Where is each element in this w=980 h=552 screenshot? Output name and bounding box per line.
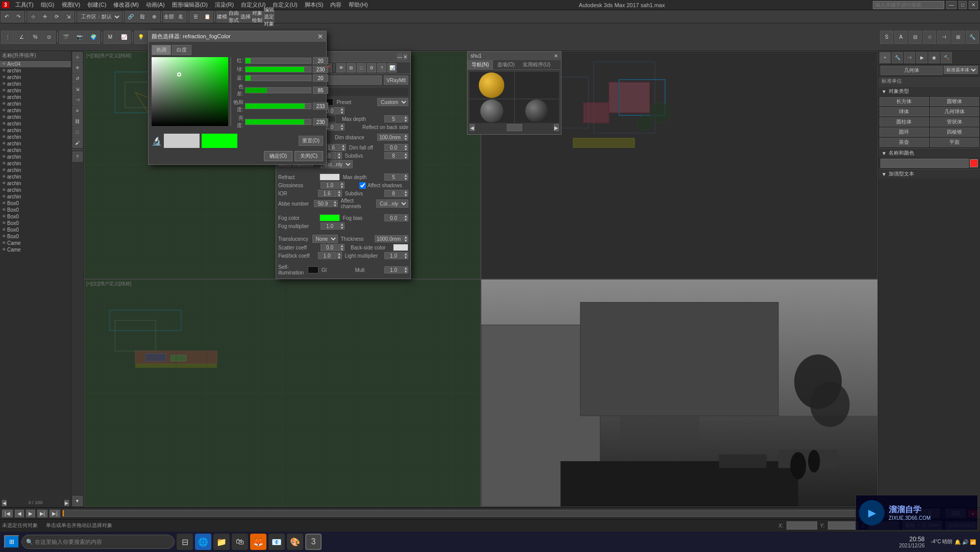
max-depth-up[interactable]: ▲ bbox=[403, 115, 408, 119]
fwdbck-val[interactable] bbox=[318, 252, 336, 259]
menu-view[interactable]: 视图(V) bbox=[59, 1, 84, 9]
sidebar-item-2[interactable]: 👁archin bbox=[0, 74, 71, 81]
cp-hue-slider[interactable] bbox=[245, 87, 311, 93]
smd-titlebar[interactable]: shu1 ✕ bbox=[468, 52, 561, 60]
mult-val[interactable] bbox=[384, 266, 403, 273]
scroll-left-btn[interactable]: ◀ bbox=[2, 500, 7, 506]
dim-dist-val[interactable] bbox=[377, 134, 403, 141]
menu-custom[interactable]: 自定义(U) bbox=[270, 1, 300, 9]
tb2-percent[interactable]: % bbox=[29, 31, 42, 44]
btn-torus[interactable]: 圆环 bbox=[879, 128, 929, 137]
panel-tab-create[interactable]: + bbox=[879, 52, 891, 63]
mat-minimize[interactable]: — bbox=[397, 53, 402, 60]
cp-tab-hue[interactable]: 色调 bbox=[152, 45, 171, 55]
tb-unlink[interactable]: ⛓ bbox=[137, 11, 148, 22]
tb2-snap3d[interactable]: A bbox=[894, 31, 908, 44]
y-coord[interactable] bbox=[828, 521, 859, 530]
light-mult-down[interactable]: ▼ bbox=[403, 256, 408, 259]
fog-mult-down[interactable]: ▼ bbox=[339, 226, 345, 230]
lt-link-icon[interactable]: ⛓ bbox=[72, 116, 83, 127]
refract-subdivs-up[interactable]: ▲ bbox=[403, 190, 408, 193]
thickness-down[interactable]: ▼ bbox=[403, 239, 408, 242]
light-mult-val[interactable] bbox=[384, 252, 403, 259]
maximize-button[interactable]: □ bbox=[959, 1, 967, 9]
panel-tab-hierarchy[interactable]: ⊣ bbox=[904, 52, 915, 63]
btn-geosphere[interactable]: 几何球体 bbox=[930, 107, 979, 116]
cp-val-slider[interactable] bbox=[245, 119, 311, 125]
tb2-array[interactable]: ⊞ bbox=[951, 31, 965, 44]
sidebar-item-box4[interactable]: 👁Box0 bbox=[0, 227, 71, 233]
lt-scale-icon[interactable]: ⇲ bbox=[72, 84, 83, 94]
smd-sphere-gray2[interactable] bbox=[515, 99, 559, 123]
sidebar-item-16[interactable]: 👁archin bbox=[0, 167, 71, 173]
btn-sphere[interactable]: 球体 bbox=[879, 107, 929, 116]
scroll-right-btn[interactable]: ▶ bbox=[64, 500, 69, 506]
lt-move-icon[interactable]: ✛ bbox=[72, 63, 83, 73]
minimize-button[interactable]: — bbox=[946, 1, 957, 9]
dim-dist-down[interactable]: ▼ bbox=[403, 137, 408, 141]
sidebar-item-arc04[interactable]: 👁 Arc04 bbox=[0, 61, 71, 67]
smd-scroll-track[interactable] bbox=[507, 124, 522, 131]
tb-bind[interactable]: ⊕ bbox=[149, 11, 160, 22]
tb-freeform[interactable]: 自由形式 bbox=[228, 11, 239, 22]
timeline-next-btn[interactable]: ▶| bbox=[37, 510, 48, 517]
self-illum-swatch[interactable] bbox=[308, 266, 318, 273]
taskbar-store-icon[interactable]: 🛍 bbox=[232, 534, 248, 550]
panel-tab-motion[interactable]: ▶ bbox=[916, 52, 927, 63]
mult-up[interactable]: ▲ bbox=[403, 266, 408, 270]
object-type-section[interactable]: ▼ 对象类型 bbox=[878, 86, 980, 96]
sidebar-item-box0[interactable]: 👁Box0 bbox=[0, 200, 71, 207]
color-picker-close[interactable]: ✕ bbox=[317, 33, 323, 40]
dim-falloff-down[interactable]: ▼ bbox=[403, 147, 408, 151]
tb-by-name[interactable]: 名 bbox=[175, 11, 186, 22]
menu-modifiers[interactable]: 修改器(M) bbox=[110, 1, 142, 9]
taskbar-3dsmax-icon[interactable]: 3 bbox=[305, 534, 322, 550]
timeline-play-btn[interactable]: ▶ bbox=[26, 510, 35, 517]
refract-max-depth-val[interactable] bbox=[384, 173, 403, 181]
refract-max-up[interactable]: ▲ bbox=[403, 173, 408, 177]
sidebar-item-9[interactable]: 👁archin bbox=[0, 120, 71, 127]
taskbar-paint-icon[interactable]: 🎨 bbox=[287, 534, 303, 550]
menu-graph-editor[interactable]: 图形编辑器(D) bbox=[169, 1, 211, 9]
glossiness-up[interactable]: ▲ bbox=[339, 123, 345, 127]
fresnel-ior-down[interactable]: ▼ bbox=[341, 147, 346, 151]
cp-gradient-container[interactable] bbox=[152, 57, 228, 131]
refract-gloss-down[interactable]: ▼ bbox=[339, 185, 345, 189]
scatter-up[interactable]: ▲ bbox=[339, 244, 345, 247]
sidebar-item-box1[interactable]: 👁Box0 bbox=[0, 207, 71, 213]
btn-teapot[interactable]: 茶壶 bbox=[879, 138, 929, 147]
refract-max-down[interactable]: ▼ bbox=[403, 177, 408, 181]
sidebar-item-box5[interactable]: 👁Box0 bbox=[0, 233, 71, 240]
fog-color-swatch[interactable] bbox=[320, 214, 339, 221]
cp-b-slider[interactable] bbox=[245, 75, 311, 81]
cp-r-slider[interactable] bbox=[245, 58, 311, 64]
fwdbck-up[interactable]: ▲ bbox=[337, 252, 342, 256]
mat-tb-help[interactable]: ? bbox=[377, 63, 386, 72]
search-input[interactable] bbox=[873, 1, 944, 9]
cp-g-slider[interactable] bbox=[245, 66, 311, 72]
sidebar-item-20[interactable]: 👁archin bbox=[0, 193, 71, 200]
lt-align-icon[interactable]: ≡ bbox=[72, 106, 83, 116]
sidebar-item-19[interactable]: 👁archin bbox=[0, 187, 71, 193]
tb2-snap[interactable]: ⋮ bbox=[1, 31, 14, 44]
ok-btn[interactable]: 确定(O) bbox=[264, 151, 292, 161]
sidebar-item-15[interactable]: 👁archin bbox=[0, 160, 71, 167]
fog-mult-up[interactable]: ▲ bbox=[339, 222, 345, 226]
lt-select-region[interactable]: □ bbox=[72, 127, 83, 137]
mat-tb-show[interactable]: 👁 bbox=[336, 63, 346, 72]
thickness-val[interactable] bbox=[375, 235, 403, 242]
btn-box[interactable]: 长方体 bbox=[879, 97, 929, 106]
menu-animation[interactable]: 动画(A) bbox=[143, 1, 168, 9]
taskbar-mail-icon[interactable]: 📧 bbox=[268, 534, 285, 550]
tb-select2[interactable]: 选择 bbox=[240, 11, 251, 22]
subdivs-down[interactable]: ▼ bbox=[403, 156, 408, 159]
tb2-tools2[interactable]: 🔧 bbox=[966, 31, 979, 44]
backside-swatch[interactable] bbox=[393, 244, 408, 251]
workspace-dropdown[interactable]: 工作区：默认 bbox=[78, 12, 121, 22]
tb2-named-sel[interactable]: ☆ bbox=[923, 31, 936, 44]
dim-dist-up[interactable]: ▲ bbox=[403, 134, 408, 137]
btn-plane[interactable]: 平面 bbox=[930, 138, 979, 147]
taskbar-firefox-icon[interactable]: 🦊 bbox=[250, 534, 266, 550]
color-picker-titlebar[interactable]: 颜色选择器: refraction_fogColor ✕ bbox=[149, 31, 326, 42]
abbe-val[interactable] bbox=[314, 200, 332, 207]
